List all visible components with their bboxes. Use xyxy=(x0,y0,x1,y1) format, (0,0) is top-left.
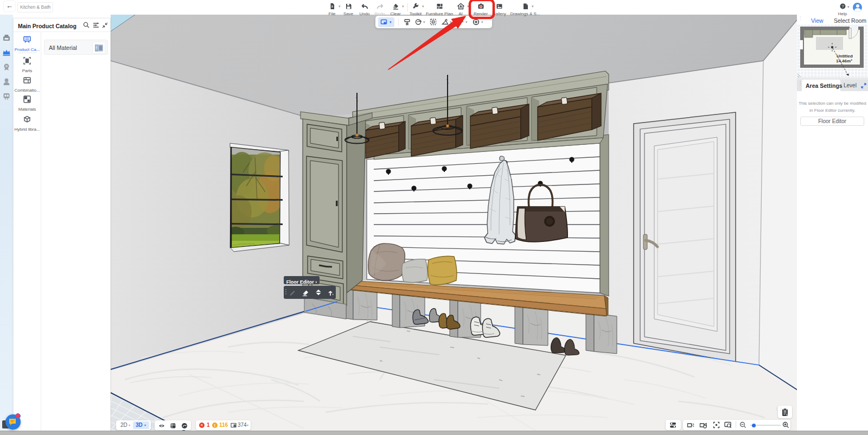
svg-text:14,46m²: 14,46m² xyxy=(836,59,852,63)
svg-text:Untitled: Untitled xyxy=(837,54,853,59)
svg-text:?: ? xyxy=(841,4,844,9)
